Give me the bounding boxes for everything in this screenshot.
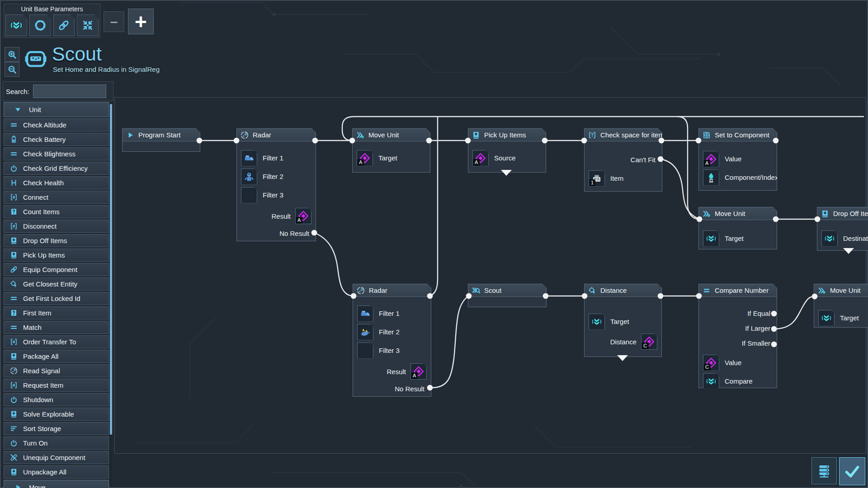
sidebar-item-label: Sort Storage bbox=[23, 425, 61, 432]
node-header[interactable]: Radar bbox=[237, 129, 316, 141]
slot-signal-value-icon[interactable]: A bbox=[295, 208, 311, 224]
node-header[interactable]: Drop Off Items bbox=[817, 207, 868, 220]
sidebar-item-check-battery[interactable]: Check Battery bbox=[4, 133, 109, 146]
node-title: Distance bbox=[600, 286, 627, 294]
sidebar-item-sort-storage[interactable]: Sort Storage bbox=[4, 422, 109, 435]
sidebar-item-read-signal[interactable]: Read Signal bbox=[4, 364, 109, 377]
sidebar-item-drop-off-items[interactable]: Drop Off Items bbox=[4, 234, 109, 247]
sidebar-item-pick-up-items[interactable]: Pick Up Items bbox=[4, 249, 109, 262]
sidebar-item-turn-on[interactable]: Turn On bbox=[4, 436, 109, 450]
sidebar-scrollbar-thumb[interactable] bbox=[110, 104, 112, 435]
node-header[interactable]: Set to Component bbox=[699, 129, 777, 141]
home-signal-button[interactable] bbox=[5, 14, 27, 36]
sidebar-item-check-grid-efficiency[interactable]: Check Grid Efficiency bbox=[4, 162, 109, 175]
node-header[interactable]: Distance bbox=[585, 284, 661, 297]
search-input[interactable] bbox=[33, 84, 106, 98]
sidebar-item-move[interactable]: Move bbox=[4, 480, 109, 488]
sidebar-scrollbar[interactable] bbox=[110, 102, 112, 487]
slot-unit-target-icon[interactable] bbox=[589, 314, 605, 330]
sidebar-item-match[interactable]: Match bbox=[4, 321, 109, 334]
slot-unit-target-icon[interactable] bbox=[821, 230, 838, 247]
node-scout[interactable]: Scout bbox=[468, 284, 547, 307]
sidebar-item-check-altitude[interactable]: Check Altitude bbox=[4, 118, 109, 131]
node-header[interactable]: Radar bbox=[353, 284, 431, 297]
node-program-start[interactable]: Program Start bbox=[122, 128, 200, 152]
aperture-button[interactable] bbox=[29, 14, 51, 36]
behavior-list-button[interactable] bbox=[811, 457, 837, 484]
sidebar-item-order-transfer-to[interactable]: Order Transfer To bbox=[4, 335, 109, 348]
pickup-box-icon bbox=[472, 131, 481, 140]
slot-item-crate-icon[interactable]: 1 bbox=[589, 170, 605, 187]
sidebar-item-solve-explorable[interactable]: Solve Explorable bbox=[4, 408, 109, 421]
node-move-unit-1[interactable]: Move UnitATarget bbox=[352, 128, 430, 173]
sidebar-item-package-all[interactable]: Package All bbox=[4, 350, 109, 363]
sidebar-item-get-first-locked-id[interactable]: Get First Locked Id bbox=[4, 292, 109, 305]
sort-icon bbox=[8, 424, 19, 433]
sidebar-item-get-closest-entity[interactable]: Get Closest Entity bbox=[4, 277, 109, 291]
sidebar-item-unit[interactable]: Unit bbox=[4, 102, 109, 117]
exit-row: No Result bbox=[357, 381, 427, 396]
node-header[interactable]: Program Start bbox=[123, 129, 200, 141]
link-button[interactable] bbox=[53, 14, 75, 36]
slot-component-index-icon[interactable] bbox=[703, 169, 719, 186]
node-distance[interactable]: DistanceTargetDistanceC bbox=[584, 284, 662, 357]
sidebar-item-unequip-component[interactable]: Unequip Component bbox=[4, 451, 109, 464]
slot-signal-value-icon[interactable]: C bbox=[703, 355, 719, 371]
zoom-in-button[interactable] bbox=[5, 47, 19, 62]
sidebar-item-label: Get Closest Entity bbox=[23, 280, 77, 288]
node-radar-1[interactable]: RadarFilter 1Filter 2Filter 3ResultANo R… bbox=[236, 128, 316, 241]
slot-signal-value-icon[interactable]: A bbox=[410, 363, 427, 380]
slot-unit-target-icon[interactable] bbox=[818, 310, 835, 326]
slot-signal-value-icon[interactable]: A bbox=[703, 151, 719, 167]
node-body: If EqualIf LargerIf SmallerCValueCompare bbox=[699, 297, 777, 390]
slot-signal-value-icon[interactable]: A bbox=[472, 150, 489, 166]
slot-filter-truck-icon[interactable] bbox=[241, 150, 257, 166]
node-header[interactable]: Move Unit bbox=[814, 284, 868, 297]
node-move-unit-2[interactable]: Move UnitTarget bbox=[698, 207, 777, 249]
sidebar-item-connect[interactable]: Connect bbox=[4, 191, 109, 204]
slot-filter-truck-icon[interactable] bbox=[357, 305, 373, 322]
slot-empty-slot-icon[interactable] bbox=[241, 187, 257, 203]
slot-empty-slot-icon[interactable] bbox=[357, 343, 373, 359]
node-set-to-component[interactable]: Set to ComponentAValueComponent/Index bbox=[698, 128, 777, 191]
check-icon bbox=[843, 462, 861, 480]
sidebar-item-check-health[interactable]: Check Health bbox=[4, 176, 109, 189]
sidebar-item-shutdown[interactable]: Shutdown bbox=[4, 393, 109, 406]
sidebar-item-count-items[interactable]: Count Items bbox=[4, 205, 109, 218]
sidebar-item-unpackage-all[interactable]: Unpackage All bbox=[4, 465, 109, 479]
slot-signal-value-icon[interactable]: C bbox=[641, 333, 657, 350]
node-check-space-for-item[interactable]: Check space for itemCan't Fit1Item bbox=[584, 128, 662, 192]
node-header[interactable]: Move Unit bbox=[353, 129, 430, 141]
confirm-button[interactable] bbox=[839, 457, 865, 485]
power-icon bbox=[8, 164, 19, 173]
slot-unit-target-icon[interactable] bbox=[703, 373, 719, 389]
node-compare-number[interactable]: Compare NumberIf EqualIf LargerIf Smalle… bbox=[698, 284, 777, 388]
node-header[interactable]: Pick Up Items bbox=[468, 129, 546, 141]
node-header[interactable]: Check space for item bbox=[585, 129, 662, 141]
collapse-button[interactable] bbox=[77, 14, 99, 36]
sidebar-item-request-item[interactable]: Request Item bbox=[4, 379, 109, 392]
node-header[interactable]: Move Unit bbox=[699, 207, 777, 220]
remove-parameter-button[interactable]: – bbox=[104, 11, 124, 32]
sidebar-item-disconnect[interactable]: Disconnect bbox=[4, 220, 109, 233]
add-parameter-button[interactable]: + bbox=[128, 9, 154, 34]
slot-filter-bot-icon[interactable] bbox=[241, 169, 257, 185]
slot-unit-target-icon[interactable] bbox=[703, 230, 719, 247]
slot-signal-value-icon[interactable]: A bbox=[357, 150, 373, 166]
node-radar-2[interactable]: RadarFilter 1Filter 2Filter 3ResultANo R… bbox=[353, 284, 431, 397]
node-drop-off-items[interactable]: Drop Off ItemsDestination bbox=[817, 207, 868, 251]
node-header[interactable]: Scout bbox=[468, 284, 546, 297]
health-icon bbox=[8, 178, 19, 187]
drop-box-icon bbox=[8, 410, 19, 418]
slot-filter-anomaly-icon[interactable] bbox=[357, 324, 373, 340]
node-move-unit-3[interactable]: Move UnitTarget bbox=[814, 284, 868, 328]
node-pick-up-items[interactable]: Pick Up ItemsASource bbox=[468, 128, 546, 173]
zoom-out-button[interactable] bbox=[5, 62, 19, 77]
sidebar-item-equip-component[interactable]: Equip Component bbox=[4, 263, 109, 276]
node-header[interactable]: Compare Number bbox=[699, 284, 777, 297]
sidebar-item-label: Check Battery bbox=[23, 136, 66, 143]
sidebar-item-check-blightness[interactable]: Check Blightness bbox=[4, 147, 109, 160]
slot-label: Source bbox=[494, 154, 516, 162]
slot-label: If Equal bbox=[747, 310, 770, 317]
sidebar-item-first-item[interactable]: First Item bbox=[4, 306, 109, 319]
